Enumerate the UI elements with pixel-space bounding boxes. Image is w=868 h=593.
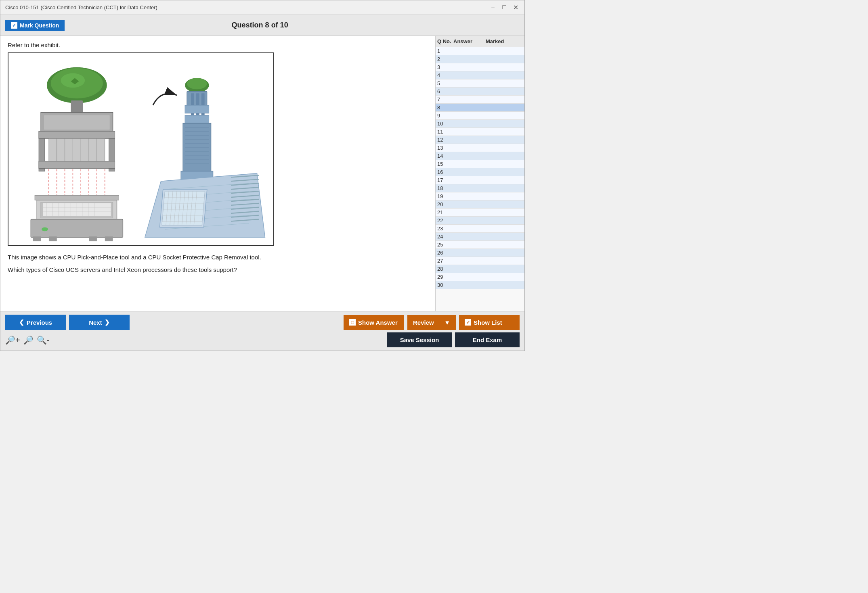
q-number: 13 xyxy=(437,145,453,151)
svg-rect-56 xyxy=(185,115,209,123)
q-number: 26 xyxy=(437,250,453,256)
save-session-button[interactable]: Save Session xyxy=(387,332,452,347)
table-row[interactable]: 29 xyxy=(436,273,524,281)
table-row[interactable]: 18 xyxy=(436,184,524,192)
next-button[interactable]: Next xyxy=(69,315,130,330)
question-title: Question 8 of 10 xyxy=(232,21,288,29)
mark-checkbox-icon: ✓ xyxy=(11,22,17,29)
save-session-label: Save Session xyxy=(400,336,439,343)
table-row[interactable]: 23 xyxy=(436,225,524,233)
table-row[interactable]: 27 xyxy=(436,257,524,265)
zoom-reset-icon[interactable]: 🔎 xyxy=(23,335,34,345)
bottom-row-1: Previous Next □ Show Answer Review ▼ ✓ S… xyxy=(5,315,520,330)
bottom-row-2: 🔎+ 🔎 🔍- Save Session End Exam xyxy=(5,332,520,347)
q-number: 30 xyxy=(437,282,453,288)
show-list-icon: ✓ xyxy=(465,319,471,326)
table-row[interactable]: 8 xyxy=(436,104,524,112)
table-row[interactable]: 11 xyxy=(436,128,524,136)
table-row[interactable]: 22 xyxy=(436,217,524,225)
svg-rect-11 xyxy=(39,161,115,169)
toolbar: ✓ Mark Question Question 8 of 10 xyxy=(0,15,524,36)
q-number: 8 xyxy=(437,104,453,111)
table-row[interactable]: 7 xyxy=(436,96,524,104)
exhibit-image xyxy=(8,52,274,246)
window-title: Cisco 010-151 (Cisco Certified Technicia… xyxy=(5,4,157,10)
q-number: 14 xyxy=(437,153,453,159)
sidebar: Q No. Answer Marked 1 2 3 4 xyxy=(436,36,524,311)
mark-question-button[interactable]: ✓ Mark Question xyxy=(5,20,65,31)
content-area: Refer to the exhibit. xyxy=(0,36,524,311)
q-number: 18 xyxy=(437,185,453,191)
question-list-scroll[interactable]: 1 2 3 4 5 6 xyxy=(436,47,524,311)
q-number: 20 xyxy=(437,201,453,207)
table-row[interactable]: 25 xyxy=(436,241,524,249)
table-row[interactable]: 21 xyxy=(436,209,524,217)
table-row[interactable]: 9 xyxy=(436,112,524,120)
sidebar-header: Q No. Answer Marked xyxy=(436,36,524,47)
table-row[interactable]: 24 xyxy=(436,233,524,241)
show-answer-button[interactable]: □ Show Answer xyxy=(344,315,404,330)
title-bar: Cisco 010-151 (Cisco Certified Technicia… xyxy=(0,0,524,15)
q-number: 2 xyxy=(437,56,453,62)
bottom-bar: Previous Next □ Show Answer Review ▼ ✓ S… xyxy=(0,311,524,351)
previous-button[interactable]: Previous xyxy=(5,315,66,330)
q-number: 10 xyxy=(437,121,453,127)
svg-rect-7 xyxy=(44,115,110,130)
q-number: 25 xyxy=(437,242,453,248)
svg-point-50 xyxy=(187,78,207,89)
table-row[interactable]: 3 xyxy=(436,63,524,71)
mark-question-label: Mark Question xyxy=(20,22,59,29)
table-row[interactable]: 1 xyxy=(436,47,524,55)
zoom-out-icon[interactable]: 🔍- xyxy=(37,335,50,345)
next-label: Next xyxy=(89,319,102,326)
q-number: 23 xyxy=(437,226,453,232)
main-content: Refer to the exhibit. xyxy=(0,36,436,311)
main-window: Cisco 010-151 (Cisco Certified Technicia… xyxy=(0,0,525,351)
table-row[interactable]: 2 xyxy=(436,55,524,63)
table-row[interactable]: 19 xyxy=(436,192,524,200)
table-row[interactable]: 28 xyxy=(436,265,524,273)
table-row[interactable]: 4 xyxy=(436,71,524,79)
zoom-controls: 🔎+ 🔎 🔍- xyxy=(5,335,49,345)
q-number: 6 xyxy=(437,88,453,94)
q-number: 3 xyxy=(437,64,453,70)
table-row[interactable]: 16 xyxy=(436,168,524,176)
chevron-left-icon xyxy=(19,319,24,326)
zoom-in-icon[interactable]: 🔎+ xyxy=(5,335,20,345)
chevron-right-icon xyxy=(105,319,110,326)
show-answer-label: Show Answer xyxy=(358,319,398,326)
table-row[interactable]: 30 xyxy=(436,281,524,289)
q-number: 1 xyxy=(437,48,453,54)
review-label: Review xyxy=(413,319,434,326)
q-number: 28 xyxy=(437,266,453,272)
svg-rect-10 xyxy=(39,131,115,138)
end-exam-button[interactable]: End Exam xyxy=(455,332,520,347)
end-exam-label: End Exam xyxy=(473,336,502,343)
table-row[interactable]: 6 xyxy=(436,88,524,96)
previous-label: Previous xyxy=(27,319,52,326)
col-marked-header: Marked xyxy=(486,38,510,44)
q-number: 5 xyxy=(437,80,453,86)
q-number: 22 xyxy=(437,217,453,223)
q-number: 21 xyxy=(437,209,453,215)
table-row[interactable]: 26 xyxy=(436,249,524,257)
table-row[interactable]: 5 xyxy=(436,79,524,88)
table-row[interactable]: 12 xyxy=(436,136,524,144)
table-row[interactable]: 15 xyxy=(436,160,524,168)
close-icon[interactable]: ✕ xyxy=(512,4,520,11)
svg-rect-45 xyxy=(89,236,97,241)
table-row[interactable]: 17 xyxy=(436,176,524,184)
show-list-button[interactable]: ✓ Show List xyxy=(459,315,520,330)
q-number: 7 xyxy=(437,96,453,102)
q-number: 19 xyxy=(437,193,453,199)
maximize-icon[interactable]: □ xyxy=(500,4,508,11)
question-text1: This image shows a CPU Pick-and-Place to… xyxy=(8,253,428,262)
review-button[interactable]: Review ▼ xyxy=(407,315,456,330)
table-row[interactable]: 13 xyxy=(436,144,524,152)
table-row[interactable]: 10 xyxy=(436,120,524,128)
svg-rect-55 xyxy=(185,105,209,113)
table-row[interactable]: 20 xyxy=(436,200,524,209)
q-number: 29 xyxy=(437,274,453,280)
table-row[interactable]: 14 xyxy=(436,152,524,160)
minimize-icon[interactable]: − xyxy=(489,4,497,11)
